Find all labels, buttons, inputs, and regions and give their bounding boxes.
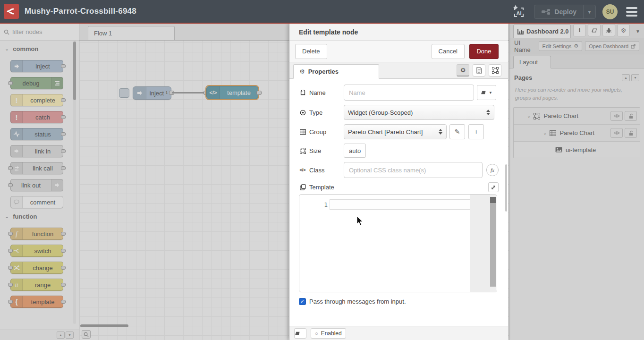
name-library-button[interactable]: ▼ <box>477 85 496 100</box>
dashboard-sidebar: Dashboard 2.0 i ⚙ ▼ <box>509 24 644 340</box>
palette-node-function[interactable]: f function <box>10 228 63 240</box>
name-label: Name <box>309 89 326 96</box>
palette-node-debug[interactable]: debug <box>10 77 63 89</box>
collapse-pages-button[interactable]: ▴ <box>622 74 630 81</box>
help-book-button[interactable] <box>588 24 601 36</box>
appearance-tab-button[interactable] <box>489 64 501 76</box>
debug-bug-button[interactable] <box>602 24 615 36</box>
expand-categories-button[interactable]: ▾ <box>66 332 74 339</box>
description-tab-button[interactable] <box>473 64 485 76</box>
user-avatar[interactable]: SU <box>602 4 618 19</box>
field-row-type: Type Widget (Group-Scoped) <box>299 105 499 120</box>
group-select[interactable]: Pareto Chart [Pareto Chart] <box>344 124 447 139</box>
template-code-editor[interactable]: 1 <box>299 194 497 292</box>
node-red-editor: Mushy-Parrot-Crossbill-6948 AI <box>0 0 644 340</box>
group-table-icon <box>299 129 306 135</box>
settings-gear-button[interactable]: ⚙ <box>617 24 630 36</box>
ai-assistant-button[interactable]: AI <box>510 4 527 20</box>
tree-row-page[interactable]: ⌄ Pareto Chart <box>514 108 640 125</box>
tree-row-widget[interactable]: ui-template <box>514 142 640 158</box>
editor-minimap <box>470 195 490 292</box>
edit-group-button[interactable]: ✎ <box>449 124 465 139</box>
editor-line-number: 1 <box>299 201 328 208</box>
code-icon: </> <box>207 86 220 99</box>
main-menu-button[interactable] <box>624 5 639 18</box>
canvas-horizontal-scrollbar[interactable] <box>80 324 128 327</box>
done-button[interactable]: Done <box>469 44 499 59</box>
passthrough-checkbox[interactable]: ✓ <box>299 298 306 305</box>
cancel-button[interactable]: Cancel <box>432 44 465 59</box>
enabled-toggle-button[interactable]: ○ Enabled <box>311 328 346 339</box>
image-icon <box>555 147 562 153</box>
tab-properties[interactable]: ⚙ Properties <box>293 64 379 79</box>
template-output-port[interactable] <box>256 91 262 95</box>
lock-button[interactable] <box>625 111 637 121</box>
node-info-book-button[interactable] <box>294 328 306 339</box>
deploy-options-caret[interactable]: ▼ <box>583 5 595 18</box>
lock-button[interactable] <box>625 128 637 138</box>
tree-row-group[interactable]: ⌄ Pareto Chart <box>514 125 640 142</box>
visibility-eye-button[interactable] <box>610 111 623 121</box>
sidebar-tabs-caret[interactable]: ▼ <box>636 29 640 34</box>
palette-node-link-out[interactable]: link out <box>10 179 63 191</box>
field-row-size: Size auto <box>299 144 499 158</box>
palette-scrollbar-thumb[interactable] <box>73 42 76 100</box>
size-auto-button[interactable]: auto <box>344 144 366 158</box>
flow-node-ui-template[interactable]: </> template <box>206 86 258 99</box>
mouse-cursor <box>356 216 364 226</box>
type-select[interactable]: Widget (Group-Scoped) <box>344 105 494 120</box>
palette-node-status[interactable]: status <box>10 128 63 140</box>
tray-scrollbar-thumb[interactable] <box>505 164 507 212</box>
editor-active-line[interactable] <box>330 199 470 210</box>
tab-flow-1[interactable]: Flow 1 <box>88 26 175 40</box>
collapse-categories-button[interactable]: ▴ <box>57 332 65 339</box>
page-icon <box>534 113 540 119</box>
fx-expression-button[interactable]: fx <box>486 164 499 176</box>
palette-node-catch[interactable]: ! catch <box>10 111 63 123</box>
expand-pages-button[interactable]: ▾ <box>631 74 639 81</box>
input-port <box>8 166 13 170</box>
palette-search-input[interactable] <box>12 28 69 35</box>
palette-node-range[interactable]: ii range <box>10 279 63 291</box>
properties-gear-tab-button[interactable]: ⚙ <box>457 64 469 76</box>
palette-category-common[interactable]: ⌄ common <box>0 41 79 55</box>
template-copy-icon <box>299 184 306 190</box>
palette-node-inject[interactable]: inject <box>10 60 63 72</box>
status-pulse-icon <box>11 128 23 140</box>
palette-node-link-call[interactable]: link call <box>10 162 63 174</box>
wire[interactable] <box>172 92 208 94</box>
visibility-eye-button[interactable] <box>610 128 623 138</box>
palette-category-function[interactable]: ⌄ function <box>0 208 79 223</box>
name-input[interactable] <box>344 85 474 101</box>
palette-node-comment[interactable]: comment <box>10 196 63 208</box>
type-label: Type <box>309 109 322 116</box>
tab-layout[interactable]: Layout <box>513 56 551 68</box>
edit-settings-button[interactable]: Edit Settings ⚙ <box>539 41 583 51</box>
header: Mushy-Parrot-Crossbill-6948 AI <box>0 0 644 24</box>
chevron-down-icon[interactable]: ⌄ <box>527 113 531 119</box>
open-dashboard-button[interactable]: Open Dashboard <box>585 41 639 51</box>
palette-node-switch[interactable]: switch <box>10 245 63 257</box>
palette-node-change[interactable]: change <box>10 262 63 274</box>
toggle-circle-icon: ○ <box>315 331 318 336</box>
inject-node-button[interactable] <box>119 88 129 98</box>
class-input[interactable] <box>344 162 483 178</box>
tray-footer: ○ Enabled <box>289 326 508 340</box>
editor-scrollbar-thumb[interactable] <box>490 197 496 287</box>
palette-node-template[interactable]: { template <box>10 296 63 308</box>
palette-search[interactable] <box>0 24 79 41</box>
info-tab-button[interactable]: i <box>573 24 586 36</box>
palette-node-link-in[interactable]: link in <box>10 145 63 157</box>
ui-name-row: UI Name Edit Settings ⚙ Open Dashboard <box>509 38 644 54</box>
chevron-down-icon[interactable]: ⌄ <box>543 130 547 136</box>
palette-node-complete[interactable]: ! complete <box>10 94 63 106</box>
canvas-search-button[interactable] <box>82 330 91 339</box>
flow-node-inject[interactable]: inject ¹ <box>133 86 171 100</box>
editor-scrollbar[interactable] <box>490 195 496 292</box>
book-icon <box>481 90 487 95</box>
tab-dashboard-2[interactable]: Dashboard 2.0 <box>513 25 571 38</box>
deploy-button[interactable]: Deploy ▼ <box>534 5 596 19</box>
expand-editor-button[interactable] <box>488 182 499 192</box>
delete-button[interactable]: Delete <box>295 44 327 59</box>
add-group-button[interactable]: + <box>468 124 484 139</box>
